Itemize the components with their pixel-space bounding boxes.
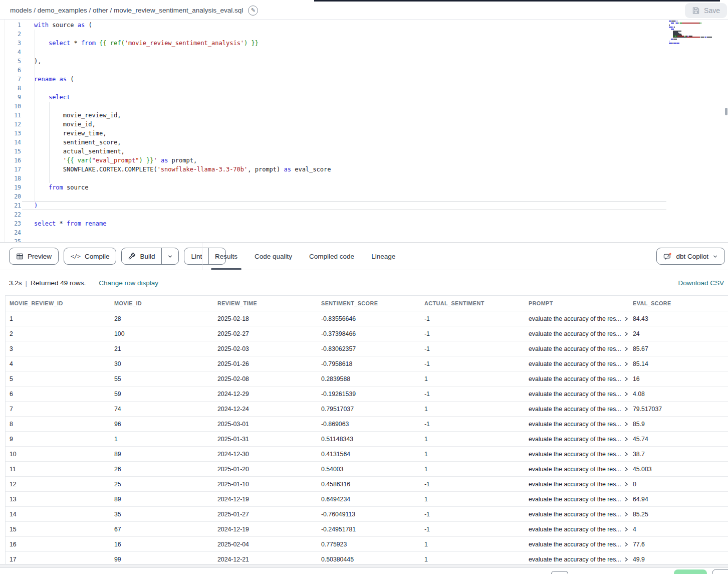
- lint-label: Lint: [191, 253, 202, 260]
- line-number: 16: [0, 156, 21, 165]
- table-cell: 99: [110, 556, 213, 563]
- table-cell: 1: [420, 541, 525, 548]
- table-cell: evaluate the accuracy of the res...: [525, 496, 629, 503]
- table-cell: 0.6494234: [317, 496, 420, 503]
- action-toolbar: Preview </> Compile Build: [0, 243, 728, 270]
- table-cell: 2025-01-20: [213, 466, 317, 473]
- chevron-right-icon[interactable]: [624, 361, 629, 366]
- table-cell: 21: [110, 345, 213, 352]
- dbt-copilot-button[interactable]: dbt Copilot: [656, 248, 725, 265]
- table-cell: evaluate the accuracy of the res...: [525, 375, 629, 382]
- table-cell: 2024-12-19: [213, 496, 317, 503]
- table-header-row: MOVIE_REVIEW_IDMOVIE_IDREVIEW_TIMESENTIM…: [6, 296, 728, 311]
- column-header: MOVIE_ID: [110, 300, 213, 306]
- change-row-display-link[interactable]: Change row display: [99, 279, 158, 287]
- partial-green-button[interactable]: [674, 569, 707, 574]
- code-line: SNOWFLAKE.CORTEX.COMPLETE('snowflake-lla…: [34, 165, 331, 174]
- chevron-right-icon[interactable]: [624, 376, 629, 381]
- table-row[interactable]: 17992024-12-210.503804451evaluate the ac…: [6, 552, 728, 564]
- table-cell: 1: [110, 436, 213, 443]
- build-label: Build: [140, 253, 155, 260]
- build-dropdown[interactable]: [161, 248, 178, 264]
- chevron-right-icon[interactable]: [624, 557, 629, 562]
- preview-label: Preview: [28, 253, 52, 260]
- line-number: 9: [0, 93, 21, 102]
- chevron-right-icon[interactable]: [624, 392, 629, 397]
- table-cell: 49.9: [629, 556, 728, 563]
- partial-button[interactable]: [712, 569, 728, 574]
- code-line: review_time,: [34, 129, 331, 138]
- table-row[interactable]: 13892024-12-190.64942341evaluate the acc…: [6, 492, 728, 507]
- chevron-right-icon[interactable]: [624, 407, 629, 412]
- line-number: 7: [0, 75, 21, 84]
- chevron-right-icon[interactable]: [624, 316, 629, 321]
- chevron-right-icon[interactable]: [624, 497, 629, 502]
- save-label: Save: [704, 7, 720, 15]
- table-cell: 1: [6, 315, 110, 322]
- code-line: movie_id,: [34, 120, 331, 129]
- table-cell: -1: [420, 391, 525, 398]
- table-row[interactable]: 8962025-03-01-0.869063-1evaluate the acc…: [6, 417, 728, 432]
- editor-scrollbar-thumb[interactable]: [725, 108, 727, 115]
- table-row[interactable]: 21002025-02-27-0.37398466-1evaluate the …: [6, 326, 728, 341]
- code-line: actual_sentiment,: [34, 147, 331, 156]
- chevron-right-icon[interactable]: [624, 527, 629, 532]
- table-cell: 2025-02-03: [213, 345, 317, 352]
- column-header: PROMPT: [525, 300, 629, 306]
- line-number: 8: [0, 84, 21, 93]
- tab-compiled-code[interactable]: Compiled code: [301, 243, 363, 270]
- chevron-right-icon[interactable]: [624, 452, 629, 457]
- table-cell: 45.003: [629, 466, 728, 473]
- line-number: 25: [0, 237, 21, 243]
- chevron-right-icon[interactable]: [624, 512, 629, 517]
- table-row[interactable]: 14352025-01-27-0.76049113-1evaluate the …: [6, 507, 728, 522]
- table-cell: 96: [110, 421, 213, 428]
- table-cell: 16: [110, 541, 213, 548]
- table-row[interactable]: 15672024-12-19-0.24951781-1evaluate the …: [6, 522, 728, 537]
- table-row[interactable]: 4302025-01-26-0.7958618-1evaluate the ac…: [6, 356, 728, 371]
- minimap[interactable]: [669, 21, 725, 46]
- tab-lineage[interactable]: Lineage: [363, 243, 404, 270]
- table-row[interactable]: 5552025-02-080.28395881evaluate the accu…: [6, 371, 728, 387]
- table-row[interactable]: 1282025-02-18-0.83556646-1evaluate the a…: [6, 311, 728, 326]
- tab-code-quality[interactable]: Code quality: [246, 243, 301, 270]
- table-row[interactable]: 6592024-12-29-0.19261539-1evaluate the a…: [6, 387, 728, 402]
- chevron-right-icon[interactable]: [624, 437, 629, 442]
- chevron-right-icon[interactable]: [624, 346, 629, 351]
- save-button[interactable]: Save: [685, 3, 727, 18]
- table-cell: 17: [6, 556, 110, 563]
- chevron-right-icon[interactable]: [624, 482, 629, 487]
- code-editor[interactable]: 1234567891011121314151617181920212223242…: [0, 20, 728, 243]
- table-cell: 1: [420, 375, 525, 382]
- table-row[interactable]: 7742024-12-240.795170371evaluate the acc…: [6, 402, 728, 417]
- table-cell: 2025-01-10: [213, 481, 317, 488]
- wrench-icon: [128, 253, 136, 260]
- chevron-right-icon[interactable]: [624, 542, 629, 547]
- code-content[interactable]: with source as ( select * from {{ ref('m…: [34, 21, 331, 243]
- breadcrumb[interactable]: models / demo_examples / other / movie_r…: [10, 6, 258, 16]
- tab-results[interactable]: Results: [206, 243, 246, 270]
- table-row[interactable]: 11262025-01-200.540031evaluate the accur…: [6, 462, 728, 477]
- table-row[interactable]: 3212025-02-03-0.83062357-1evaluate the a…: [6, 341, 728, 356]
- horizontal-scrollbar[interactable]: [0, 564, 728, 568]
- compile-button[interactable]: </> Compile: [64, 248, 116, 265]
- code-line: [34, 48, 331, 57]
- table-cell: 2024-12-30: [213, 451, 317, 458]
- chevron-right-icon[interactable]: [624, 422, 629, 427]
- line-number: 23: [0, 219, 21, 228]
- breadcrumb-text: models / demo_examples / other / movie_r…: [10, 7, 243, 14]
- partial-button[interactable]: [551, 571, 568, 574]
- lint-button[interactable]: Lint: [184, 248, 208, 264]
- chevron-right-icon[interactable]: [624, 331, 629, 336]
- table-row[interactable]: 16162025-02-040.7759231evaluate the accu…: [6, 537, 728, 552]
- table-row[interactable]: 912025-01-310.511483431evaluate the accu…: [6, 432, 728, 447]
- build-button[interactable]: Build: [122, 248, 161, 264]
- table-row[interactable]: 12252025-01-100.4586316-1evaluate the ac…: [6, 477, 728, 492]
- download-csv-link[interactable]: Download CSV: [678, 279, 724, 287]
- table-cell: 2024-12-19: [213, 526, 317, 533]
- code-line: with source as (: [34, 21, 331, 30]
- preview-button[interactable]: Preview: [9, 248, 59, 265]
- table-cell: 1: [420, 556, 525, 563]
- chevron-right-icon[interactable]: [624, 467, 629, 472]
- table-row[interactable]: 10892024-12-300.41315641evaluate the acc…: [6, 447, 728, 462]
